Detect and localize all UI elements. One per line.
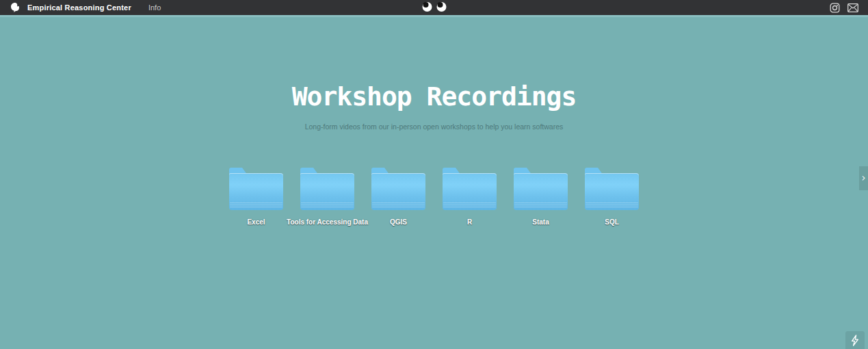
top-navbar: Empirical Reasoning Center Info (0, 0, 868, 15)
nav-item-info[interactable]: Info (148, 3, 161, 12)
site-logo[interactable] (10, 2, 21, 13)
navbar-social-icons (830, 3, 858, 13)
lightning-bolt-icon (850, 335, 860, 346)
folder-excel[interactable]: Excel (229, 168, 283, 226)
folder-label: Tools for Accessing Data (287, 218, 368, 226)
folder-icon (371, 168, 425, 210)
folder-sql[interactable]: SQL (585, 168, 639, 226)
chevron-right-icon: › (862, 173, 866, 183)
folder-label: Excel (247, 218, 265, 226)
folder-qgis[interactable]: QGIS (371, 168, 425, 226)
folder-stata[interactable]: Stata (514, 168, 568, 226)
erc-logo-icon (10, 2, 21, 13)
page-title: Workshop Recordings (0, 81, 868, 112)
eyes-icon (422, 2, 446, 12)
folder-icon (514, 168, 568, 210)
instagram-icon[interactable] (830, 3, 840, 13)
eye-left (422, 2, 432, 12)
carousel-next-button[interactable]: › (859, 166, 868, 190)
folder-icon (443, 168, 497, 210)
navbar-accent-line (0, 15, 868, 17)
folder-label: SQL (605, 218, 619, 226)
workshop-folders-row: Excel Tools for Accessing Data QGIS R St… (0, 168, 868, 226)
email-icon[interactable] (847, 3, 858, 12)
folder-icon (585, 168, 639, 210)
lightning-badge[interactable] (845, 331, 865, 349)
folder-icon (300, 168, 354, 210)
folder-label: Stata (532, 218, 549, 226)
page-subtitle: Long-form videos from our in-person open… (0, 122, 868, 131)
folder-r[interactable]: R (443, 168, 497, 226)
brand-link[interactable]: Empirical Reasoning Center (27, 3, 131, 12)
folder-label: R (467, 218, 472, 226)
folder-tools-for-accessing-data[interactable]: Tools for Accessing Data (300, 168, 354, 226)
eye-right (436, 2, 446, 12)
folder-label: QGIS (390, 218, 407, 226)
folder-icon (229, 168, 283, 210)
